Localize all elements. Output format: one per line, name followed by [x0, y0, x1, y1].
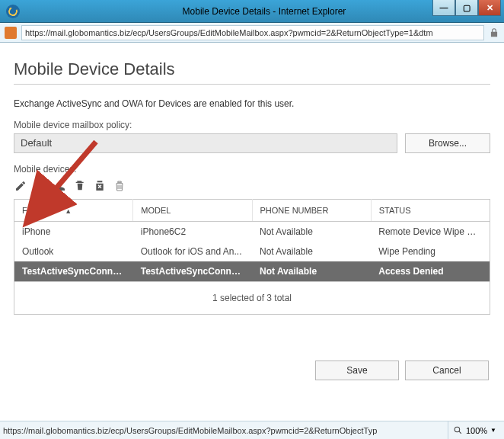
zoom-dropdown-icon: ▼ — [490, 427, 496, 434]
save-button[interactable]: Save — [315, 360, 399, 380]
table-row[interactable]: iPhoneiPhone6C2Not AvailableRemote Devic… — [14, 222, 490, 242]
svg-point-1 — [455, 427, 460, 432]
table-header-row: FAMILY▲ MODEL PHONE NUMBER STATUS — [14, 200, 490, 222]
ie-icon — [6, 5, 20, 18]
address-bar: https://mail.globomantics.biz/ecp/UsersG… — [0, 23, 504, 43]
cell-family: iPhone — [14, 222, 133, 242]
cell-status: Access Denied — [371, 261, 490, 282]
cell-status: Remote Device Wipe Su... — [371, 222, 490, 242]
table-row[interactable]: OutlookOutlook for iOS and An...Not Avai… — [14, 242, 490, 261]
cell-model: Outlook for iOS and An... — [133, 242, 252, 261]
status-url: https://mail.globomantics.biz/ecp/UsersG… — [3, 426, 448, 435]
edit-icon[interactable] — [14, 179, 27, 193]
cell-phone: Not Available — [252, 242, 371, 261]
window-close-button[interactable]: ✕ — [478, 0, 501, 16]
page-heading: Mobile Device Details — [14, 59, 490, 79]
cancel-button[interactable]: Cancel — [405, 360, 489, 380]
window-maximize-button[interactable]: ▢ — [455, 0, 478, 16]
table-row[interactable]: TestActiveSyncConnect...TestActiveSyncCo… — [14, 261, 490, 282]
page-content: Mobile Device Details Exchange ActiveSyn… — [0, 43, 504, 388]
site-favicon — [5, 27, 17, 39]
delete-icon[interactable] — [113, 179, 126, 193]
policy-label: Mobile device mailbox policy: — [14, 120, 490, 130]
lock-icon — [489, 27, 499, 38]
wipe-account-icon[interactable] — [93, 179, 107, 193]
browse-button[interactable]: Browse... — [405, 133, 490, 153]
devices-label: Mobile devices: — [14, 164, 490, 175]
window-titlebar: Mobile Device Details - Internet Explore… — [0, 0, 504, 23]
allow-user-icon[interactable] — [53, 179, 67, 193]
zoom-value: 100% — [466, 426, 487, 435]
device-toolbar — [14, 178, 490, 194]
block-user-icon[interactable] — [33, 179, 47, 193]
svg-line-2 — [459, 431, 461, 434]
device-table: FAMILY▲ MODEL PHONE NUMBER STATUS iPhone… — [14, 199, 490, 282]
status-bar: https://mail.globomantics.biz/ecp/UsersG… — [0, 421, 504, 439]
col-family[interactable]: FAMILY▲ — [14, 200, 133, 222]
url-text: https://mail.globomantics.biz/ecp/UsersG… — [25, 28, 433, 37]
info-text: Exchange ActiveSync and OWA for Devices … — [14, 98, 490, 109]
zoom-control[interactable]: 100% ▼ — [448, 421, 501, 439]
wipe-device-icon[interactable] — [73, 179, 87, 193]
magnify-icon — [453, 425, 463, 435]
window-minimize-button[interactable]: — — [432, 0, 455, 16]
cell-family: Outlook — [14, 242, 133, 261]
divider — [14, 84, 490, 85]
cell-phone: Not Available — [252, 222, 371, 242]
cell-phone: Not Available — [252, 261, 371, 282]
col-model[interactable]: MODEL — [133, 200, 252, 222]
sort-asc-icon: ▲ — [65, 207, 72, 215]
col-phone[interactable]: PHONE NUMBER — [252, 200, 371, 222]
col-status[interactable]: STATUS — [371, 200, 490, 222]
url-input[interactable]: https://mail.globomantics.biz/ecp/UsersG… — [21, 25, 484, 40]
cell-family: TestActiveSyncConnect... — [14, 261, 133, 282]
policy-input[interactable]: Default — [14, 133, 397, 153]
cell-model: TestActiveSyncConnect... — [133, 261, 252, 282]
cell-model: iPhone6C2 — [133, 222, 252, 242]
table-footer: 1 selected of 3 total — [14, 282, 490, 315]
cell-status: Wipe Pending — [371, 242, 490, 261]
